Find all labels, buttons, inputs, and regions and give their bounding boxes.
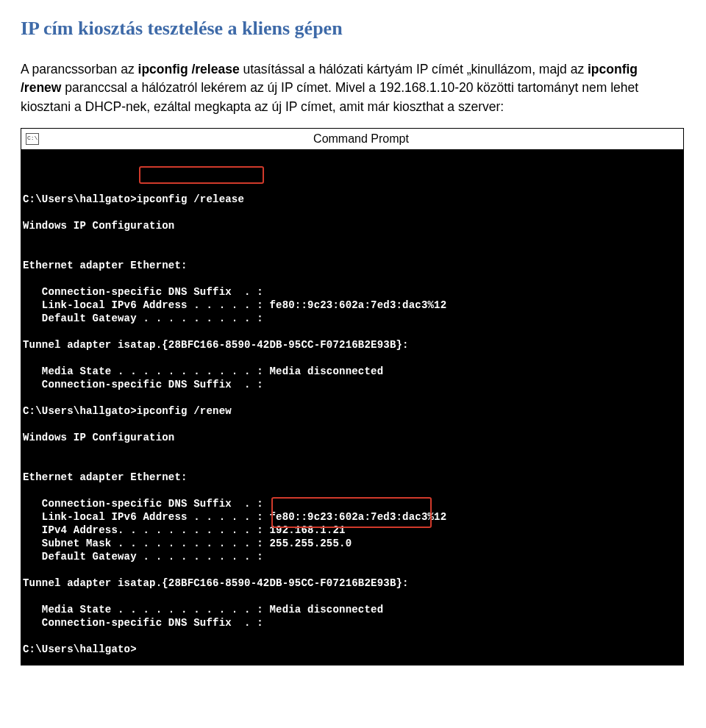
intro-text-1: A parancssorban az (21, 62, 138, 76)
terminal-line: Subnet Mask . . . . . . . . . . . : 255.… (23, 537, 682, 550)
intro-text-3: paranccsal a hálózatról lekérem az új IP… (21, 80, 638, 113)
terminal-line: Connection-specific DNS Suffix . : (23, 497, 682, 510)
terminal-line (23, 629, 682, 643)
terminal-line: Ethernet adapter Ethernet: (23, 259, 682, 272)
command-prompt-window: Command Prompt C:\Users\hallgato>ipconfi… (21, 128, 684, 665)
terminal-line (23, 563, 682, 577)
terminal-line: Connection-specific DNS Suffix . : (23, 616, 682, 629)
terminal-line: Link-local IPv6 Address . . . . . : fe80… (23, 299, 682, 312)
intro-paragraph: A parancssorban az ipconfig /release uta… (21, 60, 675, 116)
terminal-line: Connection-specific DNS Suffix . : (23, 285, 682, 299)
terminal-line (23, 457, 682, 471)
command-prompt-body: C:\Users\hallgato>ipconfig /release Wind… (21, 150, 683, 665)
command-release: ipconfig /release (138, 62, 240, 76)
terminal-line: IPv4 Address. . . . . . . . . . . : 192.… (23, 524, 682, 537)
terminal-line: Default Gateway . . . . . . . . . : (23, 312, 682, 325)
command-prompt-icon (26, 133, 39, 145)
terminal-line: Media State . . . . . . . . . . . : Medi… (23, 365, 682, 378)
terminal-line (23, 179, 682, 193)
terminal-line: Windows IP Configuration (23, 219, 682, 232)
terminal-line: Link-local IPv6 Address . . . . . : fe80… (23, 510, 682, 524)
terminal-line (23, 484, 682, 497)
terminal-line (23, 391, 682, 404)
command-prompt-titlebar: Command Prompt (21, 129, 683, 150)
terminal-line: Media State . . . . . . . . . . . : Medi… (23, 603, 682, 616)
terminal-line: Tunnel adapter isatap.{28BFC166-8590-42D… (23, 577, 682, 590)
terminal-line (23, 444, 682, 457)
terminal-line (23, 232, 682, 246)
terminal-line: Connection-specific DNS Suffix . : (23, 378, 682, 391)
intro-text-2: utasítással a hálózati kártyám IP címét … (240, 62, 588, 76)
terminal-line (23, 206, 682, 219)
terminal-line: Ethernet adapter Ethernet: (23, 471, 682, 484)
terminal-line (23, 418, 682, 431)
terminal-line: Windows IP Configuration (23, 431, 682, 444)
terminal-line: C:\Users\hallgato>ipconfig /release (23, 193, 682, 206)
terminal-line (23, 246, 682, 259)
terminal-line: C:\Users\hallgato>ipconfig /renew (23, 404, 682, 418)
terminal-line (23, 590, 682, 603)
page-title: IP cím kiosztás tesztelése a kliens gépe… (21, 18, 685, 40)
terminal-line (23, 351, 682, 365)
terminal-line (23, 325, 682, 338)
terminal-line (23, 272, 682, 285)
terminal-line: Tunnel adapter isatap.{28BFC166-8590-42D… (23, 338, 682, 351)
command-prompt-title: Command Prompt (43, 132, 679, 146)
terminal-line: C:\Users\hallgato> (23, 643, 682, 656)
terminal-line: Default Gateway . . . . . . . . . : (23, 550, 682, 563)
